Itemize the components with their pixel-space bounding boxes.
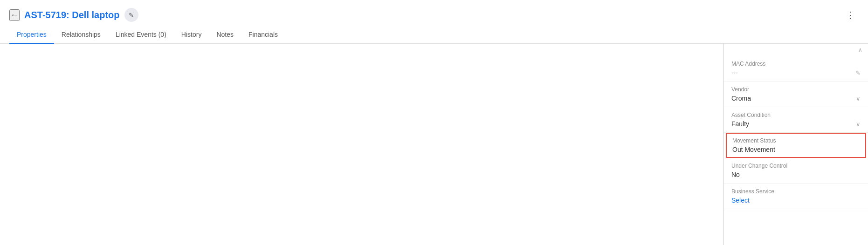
asset-condition-value[interactable]: Faulty ∨ bbox=[731, 120, 861, 128]
tab-history[interactable]: History bbox=[174, 26, 209, 44]
header: ← AST-5719: Dell laptop ✎ ⋮ bbox=[0, 0, 868, 26]
back-button[interactable]: ← bbox=[9, 9, 20, 21]
right-sidebar: ∧ MAC Address --- ✎ Vendor Croma ∨ Asset… bbox=[723, 44, 868, 245]
tab-properties[interactable]: Properties bbox=[9, 26, 54, 44]
vendor-chevron-icon[interactable]: ∨ bbox=[856, 95, 861, 102]
asset-condition-label: Asset Condition bbox=[731, 112, 861, 118]
tab-relationships[interactable]: Relationships bbox=[54, 26, 108, 44]
page-title: AST-5719: Dell laptop bbox=[24, 10, 120, 20]
movement-status-label: Movement Status bbox=[732, 137, 860, 144]
main-content: ∧ MAC Address --- ✎ Vendor Croma ∨ Asset… bbox=[0, 44, 868, 245]
tab-linked-events[interactable]: Linked Events (0) bbox=[108, 26, 174, 44]
header-left: ← AST-5719: Dell laptop ✎ bbox=[9, 8, 138, 22]
business-service-select[interactable]: Select bbox=[731, 197, 861, 204]
under-change-control-value: No bbox=[731, 171, 861, 178]
field-vendor: Vendor Croma ∨ bbox=[724, 82, 868, 107]
field-asset-condition: Asset Condition Faulty ∨ bbox=[724, 107, 868, 133]
vendor-value[interactable]: Croma ∨ bbox=[731, 95, 861, 102]
collapse-icon: ∧ bbox=[858, 47, 862, 53]
mac-address-edit-icon[interactable]: ✎ bbox=[855, 69, 861, 76]
movement-status-value: Out Movement bbox=[732, 146, 860, 153]
tab-notes[interactable]: Notes bbox=[209, 26, 241, 44]
edit-title-button[interactable]: ✎ bbox=[124, 8, 138, 22]
vendor-label: Vendor bbox=[731, 86, 861, 93]
under-change-control-label: Under Change Control bbox=[731, 163, 861, 169]
more-icon: ⋮ bbox=[846, 10, 855, 20]
business-service-label: Business Service bbox=[731, 188, 861, 195]
left-panel bbox=[0, 44, 723, 245]
field-under-change-control: Under Change Control No bbox=[724, 158, 868, 184]
mac-address-value: --- ✎ bbox=[731, 69, 861, 76]
field-movement-status: Movement Status Out Movement bbox=[726, 133, 866, 158]
edit-pencil-icon: ✎ bbox=[129, 12, 134, 19]
mac-address-label: MAC Address bbox=[731, 61, 861, 67]
asset-condition-chevron-icon[interactable]: ∨ bbox=[856, 121, 861, 128]
sidebar-collapse-arrow[interactable]: ∧ bbox=[724, 44, 868, 56]
field-mac-address: MAC Address --- ✎ bbox=[724, 56, 868, 82]
field-business-service: Business Service Select bbox=[724, 184, 868, 209]
tab-financials[interactable]: Financials bbox=[241, 26, 285, 44]
tabs-bar: Properties Relationships Linked Events (… bbox=[0, 26, 868, 44]
more-menu-button[interactable]: ⋮ bbox=[842, 7, 859, 22]
